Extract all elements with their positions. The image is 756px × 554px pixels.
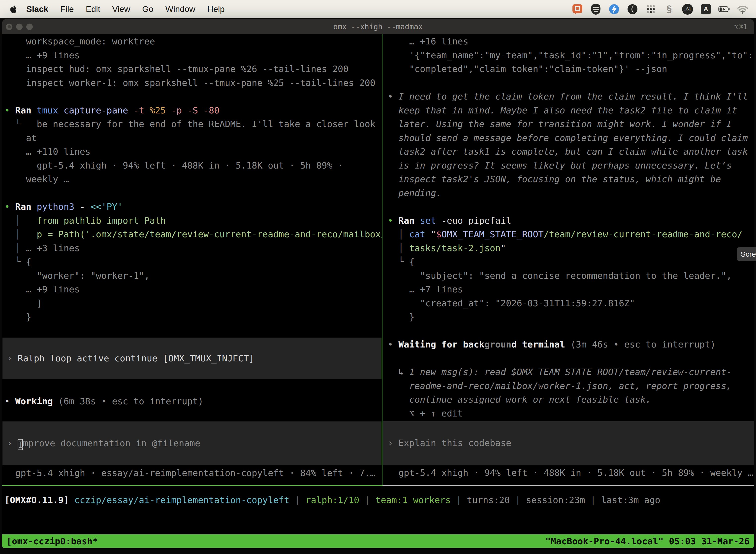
terminal-line: └ { (4, 255, 382, 269)
terminal-line (388, 76, 754, 90)
menu-status-icons: § ..61 A (571, 3, 756, 15)
menu-item-slack[interactable]: Slack (20, 4, 54, 14)
terminal-line: │ tasks/task-2.json" (388, 241, 754, 255)
terminal-window: omx --xhigh --madmax ⌥⌘1 workspace_mode:… (2, 19, 754, 549)
ralph-loop-banner: › Ralph loop active continue [OMX_TMUX_I… (2, 338, 382, 379)
terminal-line: › Ralph loop active continue [OMX_TMUX_I… (7, 351, 382, 365)
terminal-area: workspace_mode: worktree … +9 lines insp… (2, 34, 754, 485)
minimize-button[interactable] (16, 23, 22, 30)
menu-item-window[interactable]: Window (160, 4, 201, 14)
tmux-host-clock: "MacBook-Pro-44.local" 05:03 31-Mar-26 (545, 536, 750, 546)
terminal-line: inspect_hud: omx sparkshell --tmux-pane … (4, 62, 382, 76)
terminal-line (4, 324, 382, 338)
grid-shield-icon[interactable] (590, 3, 602, 15)
badge-61-icon[interactable]: ..61 (682, 3, 693, 15)
terminal-line: • Waiting for background terminal (3m 46… (388, 338, 754, 351)
terminal-line: } (388, 310, 754, 324)
terminal-line: ↳ 1 new msg(s): read $OMX_TEAM_STATE_ROO… (388, 365, 754, 379)
badge-61-label: ..61 (682, 4, 693, 15)
battery-icon[interactable] (718, 3, 730, 15)
ralph-loop-text: › Ralph loop active continue [OMX_TMUX_I… (7, 351, 382, 365)
terminal-line (4, 90, 382, 104)
terminal-line: … +7 lines (388, 282, 754, 296)
prompt-chevron: › (7, 438, 18, 448)
model-status-right: gpt-5.4 xhigh · 94% left · 488K in · 5.1… (388, 466, 754, 480)
terminal-line: task2 after task1 is complete, but can I… (388, 145, 754, 159)
terminal-line: continue assigned work or next feasible … (388, 393, 754, 406)
terminal-line: • Ran python3 - <<'PY' (4, 200, 382, 214)
left-pane-lines: workspace_mode: worktree … +9 lines insp… (4, 35, 382, 338)
terminal-line: later. Using the same for transition mig… (388, 117, 754, 131)
menu-item-go[interactable]: Go (136, 4, 159, 14)
terminal-line: inspect task2's JSON, focusing on the st… (388, 172, 754, 186)
terminal-line: │ from pathlib import Path (4, 214, 382, 228)
terminal-line: └ be necessary for the end of the README… (4, 117, 382, 131)
menu-items: SlackFileEditViewGoWindowHelp (20, 4, 231, 14)
terminal-line: "worker": "worker-1", (4, 269, 382, 283)
zoom-button[interactable] (26, 23, 33, 30)
window-title: omx --xhigh --madmax (2, 22, 754, 31)
dots-grid-icon[interactable] (645, 3, 657, 15)
omx-hud-statusline: [OMX#0.11.9] cczip/essay/ai-reimplementa… (4, 493, 660, 507)
terminal-line: • Working (6m 38s • esc to interrupt) (4, 394, 382, 408)
terminal-line: │ cat "$OMX_TEAM_STATE_ROOT/team/review-… (388, 227, 754, 241)
blue-bolt-icon[interactable] (608, 3, 620, 15)
terminal-line: workspace_mode: worktree (4, 35, 382, 48)
terminal-line: ⌥ + ↑ edit (388, 406, 754, 421)
text-cursor: I (18, 439, 23, 450)
prompt-input-left[interactable]: › Improve documentation in @filename (2, 422, 382, 465)
menu-item-help[interactable]: Help (201, 4, 231, 14)
terminal-line (388, 351, 754, 365)
tmux-pane-left[interactable]: workspace_mode: worktree … +9 lines insp… (2, 34, 382, 485)
window-shortcut-badge: ⌥⌘1 (734, 19, 748, 34)
menu-item-view[interactable]: View (106, 4, 136, 14)
macos-menu-bar: SlackFileEditViewGoWindowHelp § ..61 A (0, 0, 756, 18)
traffic-lights (6, 19, 33, 34)
screen-share-indicator[interactable]: Scre (737, 247, 756, 261)
terminal-line: at (4, 131, 382, 145)
tmux-pane-right[interactable]: … +16 lines '{"team_name":"my-team","tas… (383, 34, 754, 485)
terminal-line: └ { (388, 255, 754, 269)
terminal-line (388, 200, 754, 214)
terminal-line: … +9 lines (4, 282, 382, 296)
input-placeholder-right: Explain this codebase (398, 438, 511, 448)
keyboard-a-icon[interactable]: A (700, 3, 712, 15)
terminal-line: keep that in mind. Maybe I also need the… (388, 104, 754, 117)
terminal-line: should send a message before completing … (388, 131, 754, 145)
model-status-left: gpt-5.4 xhigh · essay/ai-reimplementatio… (4, 466, 382, 480)
prompt-input-right[interactable]: › Explain this codebase (383, 421, 754, 465)
terminal-line: … +9 lines (4, 48, 382, 62)
working-status: • Working (6m 38s • esc to interrupt) (4, 394, 382, 408)
pane-bottom-border-inactive (382, 485, 754, 486)
terminal-line: } (4, 310, 382, 324)
terminal-line (4, 186, 382, 200)
menu-left: SlackFileEditViewGoWindowHelp (0, 4, 231, 14)
terminal-line: ] (4, 296, 382, 310)
terminal-line (388, 324, 754, 338)
squiggle-icon[interactable]: § (663, 3, 675, 15)
window-titlebar[interactable]: omx --xhigh --madmax ⌥⌘1 (2, 19, 754, 34)
menu-item-file[interactable]: File (54, 4, 80, 14)
close-button[interactable] (6, 23, 12, 30)
menu-item-edit[interactable]: Edit (80, 4, 107, 14)
terminal-line: "created_at": "2026-03-31T11:59:27.816Z" (388, 296, 754, 310)
terminal-line: │ p = Path('.omx/state/team/review-curre… (4, 227, 382, 241)
terminal-line: … +16 lines (388, 35, 754, 48)
pane-divider[interactable] (382, 34, 382, 485)
apple-menu-icon[interactable] (10, 5, 17, 13)
terminal-line: • I need to get the claim token from the… (388, 90, 754, 104)
terminal-line: • Ran tmux capture-pane -t %25 -p -S -80 (4, 104, 382, 117)
terminal-line: … +110 lines (4, 145, 382, 159)
terminal-line: gpt-5.4 xhigh · 94% left · 488K in · 5.1… (4, 159, 382, 172)
chat-app-icon[interactable] (571, 3, 583, 15)
terminal-line: • Ran set -euo pipefail (388, 214, 754, 228)
terminal-line: pending. (388, 186, 754, 200)
terminal-line: "completed","claim_token":"claim-token"}… (388, 62, 754, 76)
terminal-line: │ … +3 lines (4, 241, 382, 255)
wifi-icon[interactable] (737, 3, 749, 15)
pane-bottom-border-active (2, 485, 382, 486)
tmux-status-bar: [omx-cczip0:bash* "MacBook-Pro-44.local"… (2, 535, 754, 548)
terminal-line: readme-and-reco/mailbox/worker-1.json, a… (388, 379, 754, 393)
dark-crescent-icon[interactable] (627, 3, 638, 15)
terminal-line: '{"team_name":"my-team","task_id":"1","f… (388, 48, 754, 62)
